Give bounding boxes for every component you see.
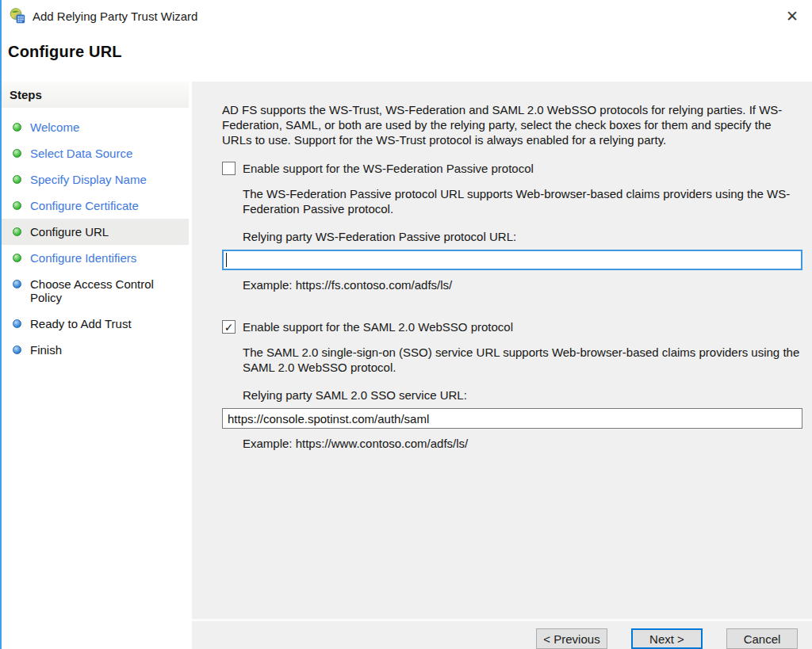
step-label: Configure Certificate <box>30 199 139 212</box>
content-panel: AD FS supports the WS-Trust, WS-Federati… <box>192 82 812 649</box>
window-title: Add Relying Party Trust Wizard <box>33 10 197 23</box>
step-completed-bullet-icon <box>13 175 21 184</box>
sidebar-item-configure-certificate[interactable]: Configure Certificate <box>2 193 189 219</box>
saml-url-input-wrap <box>222 408 802 429</box>
saml-checkbox-label[interactable]: Enable support for the SAML 2.0 WebSSO p… <box>243 319 513 334</box>
step-pending-bullet-icon <box>13 345 21 354</box>
saml-url-label: Relying party SAML 2.0 SSO service URL: <box>243 387 802 403</box>
next-button[interactable]: Next > <box>631 628 703 649</box>
sidebar-item-select-data-source[interactable]: Select Data Source <box>2 140 189 166</box>
sidebar-item-configure-url: Configure URL <box>2 219 189 245</box>
ws-federation-url-input-wrap <box>222 250 802 270</box>
step-completed-bullet-icon <box>13 123 21 132</box>
sidebar-item-finish: Finish <box>2 337 189 363</box>
footer-button-bar: < Previous Next > Cancel <box>192 619 812 649</box>
previous-button[interactable]: < Previous <box>536 628 607 649</box>
wizard-body: Steps Welcome Select Data Source Specify… <box>2 82 812 649</box>
text-caret <box>226 253 227 267</box>
ws-federation-description: The WS-Federation Passive protocol URL s… <box>243 186 802 216</box>
step-label: Select Data Source <box>30 147 132 160</box>
step-completed-bullet-icon <box>13 201 21 210</box>
step-completed-bullet-icon <box>13 254 21 262</box>
step-label: Ready to Add Trust <box>30 317 132 330</box>
sidebar-item-specify-display-name[interactable]: Specify Display Name <box>2 166 189 193</box>
step-label: Specify Display Name <box>30 173 147 186</box>
steps-header: Steps <box>2 82 189 108</box>
step-completed-bullet-icon <box>13 149 21 158</box>
saml-checkbox-checked[interactable]: ✓ <box>222 320 236 334</box>
step-label: Configure URL <box>30 225 109 239</box>
step-label: Finish <box>30 343 62 357</box>
sidebar-item-configure-identifiers[interactable]: Configure Identifiers <box>2 245 189 271</box>
saml-checkbox-row: ✓ Enable support for the SAML 2.0 WebSSO… <box>222 319 802 334</box>
sidebar-item-welcome[interactable]: Welcome <box>2 114 189 140</box>
ws-federation-checkbox-row: Enable support for the WS-Federation Pas… <box>222 161 802 176</box>
step-pending-bullet-icon <box>13 280 21 288</box>
saml-description: The SAML 2.0 single-sign-on (SSO) servic… <box>243 345 802 375</box>
ws-federation-checkbox-label[interactable]: Enable support for the WS-Federation Pas… <box>243 161 534 176</box>
close-icon[interactable]: ✕ <box>780 4 804 28</box>
wizard-window: Add Relying Party Trust Wizard ✕ Configu… <box>0 0 812 649</box>
ws-federation-example-text: Example: https://fs.contoso.com/adfs/ls/ <box>243 277 802 292</box>
ws-federation-url-input[interactable] <box>222 250 802 270</box>
sidebar-item-choose-access-control-policy: Choose Access Control Policy <box>2 271 189 311</box>
content-inner: AD FS supports the WS-Trust, WS-Federati… <box>192 82 812 451</box>
step-label: Configure Identifiers <box>30 251 136 265</box>
intro-text: AD FS supports the WS-Trust, WS-Federati… <box>222 102 802 147</box>
ws-federation-url-label: Relying party WS-Federation Passive prot… <box>243 229 802 244</box>
step-label: Welcome <box>30 120 79 134</box>
steps-list: Welcome Select Data Source Specify Displ… <box>2 108 189 363</box>
steps-sidebar: Steps Welcome Select Data Source Specify… <box>2 82 189 649</box>
ws-federation-checkbox-unchecked[interactable] <box>222 162 236 175</box>
saml-url-input[interactable] <box>222 408 802 429</box>
step-label: Choose Access Control Policy <box>30 277 182 304</box>
step-pending-bullet-icon <box>13 319 21 328</box>
sidebar-item-ready-to-add-trust: Ready to Add Trust <box>2 311 189 337</box>
title-bar: Add Relying Party Trust Wizard ✕ <box>2 0 812 32</box>
cancel-button[interactable]: Cancel <box>726 628 798 649</box>
saml-example-text: Example: https://www.contoso.com/adfs/ls… <box>243 436 802 451</box>
adfs-wizard-icon <box>10 8 25 24</box>
page-title: Configure URL <box>2 32 812 82</box>
step-completed-bullet-icon <box>13 227 21 236</box>
